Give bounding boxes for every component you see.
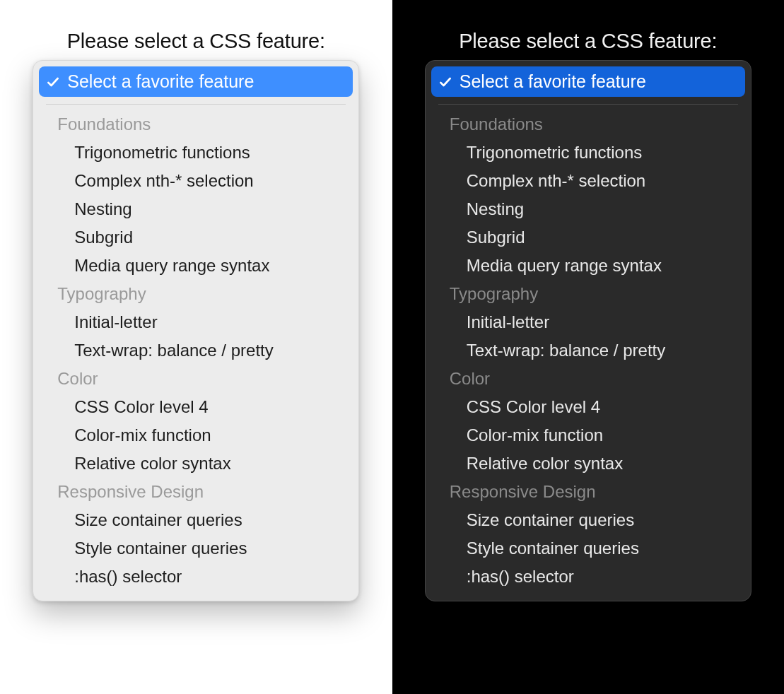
option-item[interactable]: :has() selector — [39, 563, 353, 591]
option-item[interactable]: Style container queries — [39, 534, 353, 563]
option-group-header: Color — [431, 365, 745, 393]
option-item[interactable]: Size container queries — [431, 506, 745, 534]
option-item[interactable]: Nesting — [39, 195, 353, 223]
option-group-header: Responsive Design — [431, 478, 745, 506]
option-item[interactable]: Text-wrap: balance / pretty — [431, 336, 745, 365]
option-item[interactable]: Complex nth-* selection — [39, 167, 353, 195]
option-group-header: Typography — [39, 280, 353, 308]
option-group-header: Foundations — [431, 110, 745, 139]
checkmark-icon — [46, 75, 60, 89]
option-item[interactable]: Trigonometric functions — [39, 139, 353, 167]
selected-option[interactable]: Select a favorite feature — [431, 66, 745, 97]
option-item[interactable]: CSS Color level 4 — [431, 393, 745, 421]
css-feature-dropdown[interactable]: Select a favorite feature FoundationsTri… — [425, 60, 751, 601]
option-item[interactable]: Text-wrap: balance / pretty — [39, 336, 353, 365]
option-item[interactable]: Media query range syntax — [39, 252, 353, 280]
css-feature-dropdown[interactable]: Select a favorite feature FoundationsTri… — [33, 60, 359, 601]
option-group-header: Foundations — [39, 110, 353, 139]
light-mode-pane: Please select a CSS feature: Select a fa… — [0, 0, 392, 694]
options-list-light: FoundationsTrigonometric functionsComple… — [39, 110, 353, 591]
option-group-header: Responsive Design — [39, 478, 353, 506]
option-item[interactable]: Relative color syntax — [39, 449, 353, 478]
option-item[interactable]: Nesting — [431, 195, 745, 223]
option-item[interactable]: Complex nth-* selection — [431, 167, 745, 195]
option-group-header: Typography — [431, 280, 745, 308]
option-item[interactable]: Initial-letter — [39, 308, 353, 336]
option-item[interactable]: Subgrid — [39, 223, 353, 252]
option-item[interactable]: Media query range syntax — [431, 252, 745, 280]
dropdown-divider — [438, 104, 738, 105]
prompt-label: Please select a CSS feature: — [67, 30, 325, 53]
option-item[interactable]: CSS Color level 4 — [39, 393, 353, 421]
option-item[interactable]: Style container queries — [431, 534, 745, 563]
checkmark-icon — [438, 75, 452, 89]
option-item[interactable]: Size container queries — [39, 506, 353, 534]
selected-option-label: Select a favorite feature — [460, 71, 646, 92]
option-item[interactable]: Initial-letter — [431, 308, 745, 336]
option-item[interactable]: Relative color syntax — [431, 449, 745, 478]
option-group-header: Color — [39, 365, 353, 393]
options-list-dark: FoundationsTrigonometric functionsComple… — [431, 110, 745, 591]
dropdown-divider — [46, 104, 346, 105]
option-item[interactable]: Color-mix function — [39, 421, 353, 449]
selected-option[interactable]: Select a favorite feature — [39, 66, 353, 97]
option-item[interactable]: Trigonometric functions — [431, 139, 745, 167]
option-item[interactable]: :has() selector — [431, 563, 745, 591]
option-item[interactable]: Color-mix function — [431, 421, 745, 449]
dark-mode-pane: Please select a CSS feature: Select a fa… — [392, 0, 785, 694]
option-item[interactable]: Subgrid — [431, 223, 745, 252]
prompt-label: Please select a CSS feature: — [459, 30, 717, 53]
selected-option-label: Select a favorite feature — [67, 71, 254, 92]
